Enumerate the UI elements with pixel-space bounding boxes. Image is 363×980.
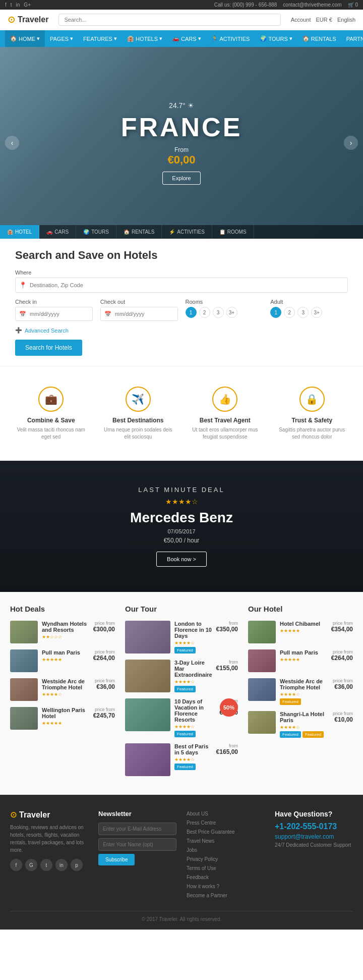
- featured-badge: Featured: [280, 698, 301, 705]
- tour-stars: ★★★★☆: [174, 724, 215, 729]
- rooms-3plus[interactable]: 3+: [226, 307, 237, 318]
- rooms-1[interactable]: 1: [186, 307, 197, 318]
- feature-safety: 🔒 Trust & Safety Sagittis pharetra aucto…: [271, 382, 353, 446]
- adult-3[interactable]: 3: [297, 307, 309, 318]
- advanced-search-toggle[interactable]: ➕ Advanced Search: [15, 327, 348, 334]
- checkout-col: Check out 📅: [100, 299, 178, 321]
- checkout-input[interactable]: [100, 307, 178, 321]
- hero-price: €0,00: [121, 153, 243, 167]
- nav-features[interactable]: FEATURES ▾: [78, 30, 122, 47]
- nav-pages[interactable]: PAGES ▾: [45, 30, 78, 47]
- tab-rooms[interactable]: 📋 ROOMS: [212, 225, 254, 239]
- adult-2[interactable]: 2: [284, 307, 295, 318]
- checkin-wrap: 📅: [15, 307, 93, 321]
- checkin-input[interactable]: [15, 307, 93, 321]
- where-input[interactable]: [15, 278, 348, 293]
- tab-hotel[interactable]: 🏨 HOTEL: [0, 225, 39, 239]
- footer-li-icon[interactable]: in: [55, 859, 68, 871]
- deal-stars: ★★★★★: [42, 657, 89, 662]
- our-hotel-title: Our Hotel: [248, 605, 353, 613]
- footer-g-icon[interactable]: G: [25, 859, 37, 871]
- tours-nav-icon: 🌍: [260, 35, 267, 42]
- last-minute-stars: ★★★★☆: [15, 498, 348, 506]
- our-tour-col: Our Tour London to Florence in 10 Days ★…: [125, 605, 238, 782]
- hero-prev-arrow[interactable]: ‹: [5, 136, 19, 150]
- checkin-label: Check in: [15, 299, 93, 305]
- tour-info: 10 Days of Vacation in Florence Resorts …: [174, 698, 215, 737]
- footer-link[interactable]: Press Centre: [187, 820, 216, 826]
- nav-home[interactable]: 🏠 HOME ▾: [5, 30, 45, 47]
- subscribe-button[interactable]: Subscribe: [98, 854, 135, 865]
- footer-fb-icon[interactable]: f: [10, 859, 22, 871]
- footer-link-item: Terms of Use: [187, 864, 265, 872]
- rooms-2[interactable]: 2: [199, 307, 210, 318]
- footer-grid: ⊙ Traveler Booking, reviews and advices …: [10, 810, 353, 901]
- account-link[interactable]: Account: [291, 17, 311, 23]
- tour-name: London to Florence in 10 Days: [174, 621, 212, 639]
- footer-link[interactable]: How it works ?: [187, 884, 219, 889]
- checkout-label: Check out: [100, 299, 178, 305]
- deal-name: Westside Arc de Triomphe Hotel: [42, 678, 91, 690]
- explore-button[interactable]: Explore: [162, 172, 200, 185]
- language-selector[interactable]: English: [337, 17, 355, 23]
- footer-link[interactable]: Jobs: [187, 847, 197, 853]
- footer-phone: +1-202-555-0173: [275, 822, 353, 831]
- nav-tours[interactable]: 🌍 TOURS ▾: [255, 30, 297, 47]
- tab-rentals[interactable]: 🏠 RENTALS: [116, 225, 162, 239]
- facebook-icon[interactable]: f: [5, 2, 7, 8]
- deals-grid: Hot Deals Wyndham Hotels and Resorts ★★☆…: [10, 605, 353, 782]
- rooms-3[interactable]: 3: [213, 307, 224, 318]
- nav-partner[interactable]: PARTNER ▾: [341, 30, 363, 47]
- deal-thumbnail: [10, 621, 38, 643]
- footer-link[interactable]: Best Price Guarantee: [187, 829, 235, 835]
- footer-links-col: About US Press Centre Best Price Guarant…: [187, 810, 265, 901]
- copyright-text: © 2017 Traveler. All rights reserved.: [142, 916, 222, 922]
- nav-cars[interactable]: 🚗 CARS ▾: [167, 30, 206, 47]
- google-plus-icon[interactable]: G+: [24, 2, 31, 8]
- footer-link[interactable]: Privacy Policy: [187, 856, 218, 862]
- hotel-price-from: price from: [331, 649, 353, 655]
- tour-info: 3-Day Loire Mar Extraordinaire ★★★★☆ Fea…: [174, 660, 212, 692]
- footer-link[interactable]: Travel News: [187, 838, 214, 844]
- hotel-item: Shangri-La Hotel Paris ★★★★☆ Featured Fe…: [248, 711, 353, 738]
- search-input[interactable]: [58, 14, 280, 26]
- cart-icon[interactable]: 🛒 0: [348, 2, 358, 8]
- hotel-info: Shangri-La Hotel Paris ★★★★☆ Featured Fe…: [280, 711, 329, 738]
- tab-activities[interactable]: ⚡ ACTIVITIES: [162, 225, 212, 239]
- logo-text: Traveler: [18, 15, 48, 24]
- book-now-button[interactable]: Book now >: [156, 552, 207, 567]
- tab-cars[interactable]: 🚗 CARS: [39, 225, 76, 239]
- footer-link[interactable]: Feedback: [187, 875, 209, 880]
- footer-link[interactable]: Become a Partner: [187, 893, 227, 898]
- agent-title: Best Travel Agent: [189, 417, 261, 424]
- tab-tours[interactable]: 🌍 TOURS: [76, 225, 116, 239]
- hero-next-arrow[interactable]: ›: [344, 136, 358, 150]
- linkedin-icon[interactable]: in: [16, 2, 20, 8]
- adult-3plus[interactable]: 3+: [311, 307, 322, 318]
- footer-pi-icon[interactable]: p: [71, 859, 83, 871]
- logo-icon: ⊙: [8, 14, 15, 25]
- hotel-info: Westside Arc de Triomphe Hotel ★★★★☆ Fea…: [280, 678, 329, 705]
- deal-price-wrap: price from €36,00: [95, 678, 115, 690]
- footer-link[interactable]: Terms of Use: [187, 865, 216, 871]
- tour-thumbnail: [125, 743, 170, 776]
- header-search[interactable]: [58, 14, 280, 26]
- search-hotels-button[interactable]: Search for Hotels: [15, 340, 82, 356]
- newsletter-email-input[interactable]: [98, 823, 176, 835]
- nav-rentals[interactable]: 🏠 RENTALS: [297, 30, 341, 47]
- tour-stars: ★★★★☆: [174, 757, 212, 762]
- deal-price: €36,00: [95, 683, 115, 690]
- footer-link[interactable]: About US: [187, 811, 208, 816]
- tour-price: €165,00: [216, 748, 238, 755]
- nav-activities[interactable]: 🏃 ACTIVITIES: [206, 30, 255, 47]
- featured-badge: Featured: [174, 731, 196, 737]
- currency-selector[interactable]: EUR €: [316, 17, 332, 23]
- newsletter-name-input[interactable]: [98, 838, 176, 851]
- hotel-tab-icon: 🏨: [7, 229, 13, 235]
- nav-hotels[interactable]: 🏨 HOTELS ▾: [122, 30, 167, 47]
- twitter-icon[interactable]: t: [11, 2, 12, 8]
- adult-1[interactable]: 1: [270, 307, 281, 318]
- footer-tw-icon[interactable]: t: [40, 859, 52, 871]
- hot-deals-col: Hot Deals Wyndham Hotels and Resorts ★★☆…: [10, 605, 115, 782]
- footer-email: support@traveler.com: [275, 833, 353, 840]
